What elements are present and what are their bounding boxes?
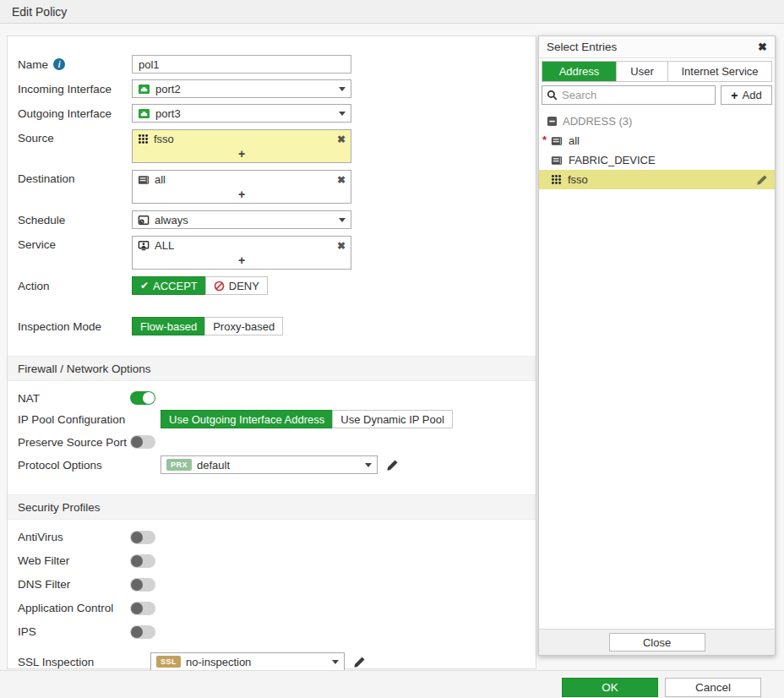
close-button-label: Close <box>643 636 671 649</box>
toggle-knob <box>131 555 143 567</box>
name-input[interactable] <box>132 55 351 74</box>
ips-label: IPS <box>18 625 130 638</box>
chevron-down-icon <box>339 87 346 91</box>
tab-internet-service-label: Internet Service <box>681 65 758 78</box>
action-segment: ✔ ACCEPT DENY <box>132 276 268 295</box>
tab-internet-service[interactable]: Internet Service <box>668 62 771 81</box>
chevron-down-icon <box>339 218 346 222</box>
nat-label: NAT <box>18 392 130 405</box>
web-filter-row: Web Filter <box>18 553 536 568</box>
application-control-toggle[interactable] <box>130 602 155 615</box>
schedule-select[interactable]: always <box>132 210 351 229</box>
remove-entry-icon[interactable]: ✖ <box>337 174 346 186</box>
add-service-button[interactable]: + <box>133 254 351 269</box>
ssl-inspection-value: no-inspection <box>186 656 251 668</box>
dns-filter-label: DNS Filter <box>18 578 130 591</box>
action-accept-button[interactable]: ✔ ACCEPT <box>132 276 206 295</box>
dns-filter-toggle[interactable] <box>130 578 155 592</box>
service-entry[interactable]: ALL ✖ <box>133 237 351 254</box>
toggle-knob <box>131 626 143 638</box>
action-row: Action ✔ ACCEPT DENY <box>18 276 536 295</box>
security-profiles-header: Security Profiles <box>8 494 536 520</box>
source-entry[interactable]: fsso ✖ <box>133 130 351 148</box>
tab-user-label: User <box>630 65 653 78</box>
list-item-name: all <box>569 134 580 147</box>
address-list: ADDRESS (3) * all FABRIC_DEVICE fsso <box>539 112 775 189</box>
destination-entry[interactable]: all ✖ <box>133 171 351 188</box>
use-outgoing-interface-address-label: Use Outgoing Interface Address <box>169 413 324 426</box>
firewall-network-options-header: Firewall / Network Options <box>8 356 536 381</box>
fsso-group-icon <box>551 174 562 185</box>
nat-toggle[interactable] <box>130 391 155 405</box>
flow-based-button[interactable]: Flow-based <box>132 317 205 335</box>
ip-pool-row: IP Pool Configuration Use Outgoing Inter… <box>18 410 536 428</box>
info-icon[interactable]: i <box>53 58 65 70</box>
select-entries-header: Select Entries ✖ <box>539 36 775 58</box>
proxy-based-button[interactable]: Proxy-based <box>204 317 283 335</box>
web-filter-label: Web Filter <box>18 554 130 567</box>
edit-entry-icon[interactable] <box>756 174 768 186</box>
antivirus-toggle[interactable] <box>130 531 155 544</box>
protocol-options-select[interactable]: PRX default <box>161 455 378 474</box>
address-group-header[interactable]: ADDRESS (3) <box>539 112 775 131</box>
add-source-button[interactable]: + <box>133 148 351 162</box>
schedule-label: Schedule <box>18 214 132 226</box>
close-panel-icon[interactable]: ✖ <box>758 41 767 53</box>
inspection-mode-segment: Flow-based Proxy-based <box>132 317 283 335</box>
ethernet-port-icon <box>138 108 150 119</box>
preserve-source-port-toggle[interactable] <box>130 435 155 449</box>
edit-ssl-inspection-icon[interactable] <box>353 656 366 668</box>
ssl-badge: SSL <box>156 656 181 668</box>
outgoing-interface-select[interactable]: port3 <box>132 104 351 123</box>
service-row: Service ALL ✖ + <box>18 236 536 270</box>
ok-button-label: OK <box>602 681 618 694</box>
tab-user[interactable]: User <box>617 62 668 81</box>
schedule-value: always <box>155 214 188 226</box>
tab-address[interactable]: Address <box>542 62 617 81</box>
add-destination-button[interactable]: + <box>133 188 351 203</box>
edit-protocol-options-icon[interactable] <box>386 459 399 472</box>
incoming-interface-select[interactable]: port2 <box>132 79 351 98</box>
incoming-interface-label: Incoming Interface <box>18 83 132 95</box>
dns-filter-row: DNS Filter <box>18 577 536 592</box>
inspection-mode-label: Inspection Mode <box>18 320 132 333</box>
list-item-all[interactable]: * all <box>539 131 775 150</box>
ssl-inspection-select[interactable]: SSL no-inspection <box>150 652 345 671</box>
chevron-down-icon <box>365 463 372 467</box>
schedule-calendar-icon <box>138 215 150 226</box>
ok-button[interactable]: OK <box>562 678 658 697</box>
toggle-knob <box>143 392 155 404</box>
deny-icon <box>214 281 225 292</box>
flow-based-label: Flow-based <box>140 320 197 333</box>
preserve-source-port-row: Preserve Source Port <box>18 435 536 449</box>
antivirus-label: AntiVirus <box>18 531 130 543</box>
ips-row: IPS <box>18 624 536 639</box>
source-row: Source fsso ✖ + <box>18 129 536 163</box>
cancel-button[interactable]: Cancel <box>665 678 761 697</box>
toggle-knob <box>131 436 143 448</box>
ip-pool-segment: Use Outgoing Interface Address Use Dynam… <box>161 410 453 428</box>
collapse-icon <box>547 116 558 127</box>
web-filter-toggle[interactable] <box>130 554 155 568</box>
destination-entry-name: all <box>155 173 166 186</box>
action-deny-button[interactable]: DENY <box>205 276 268 295</box>
antivirus-row: AntiVirus <box>18 530 536 544</box>
remove-entry-icon[interactable]: ✖ <box>337 240 346 252</box>
list-item-fabric-device[interactable]: FABRIC_DEVICE <box>539 150 775 170</box>
list-item-fsso[interactable]: fsso <box>539 170 775 189</box>
use-dynamic-ip-pool-label: Use Dynamic IP Pool <box>340 413 444 426</box>
use-outgoing-interface-address-button[interactable]: Use Outgoing Interface Address <box>161 410 333 428</box>
search-input[interactable] <box>562 89 710 101</box>
ips-toggle[interactable] <box>130 625 155 639</box>
name-row: Name i <box>18 55 536 74</box>
use-dynamic-ip-pool-button[interactable]: Use Dynamic IP Pool <box>332 410 453 428</box>
service-entry-name: ALL <box>155 239 174 252</box>
add-button-label: Add <box>743 89 762 101</box>
add-button[interactable]: + Add <box>721 85 772 105</box>
service-icon <box>138 240 150 251</box>
search-box <box>542 85 716 105</box>
remove-entry-icon[interactable]: ✖ <box>337 134 346 145</box>
close-button[interactable]: Close <box>609 633 705 652</box>
deny-label: DENY <box>229 280 259 292</box>
accept-label: ACCEPT <box>153 280 198 292</box>
